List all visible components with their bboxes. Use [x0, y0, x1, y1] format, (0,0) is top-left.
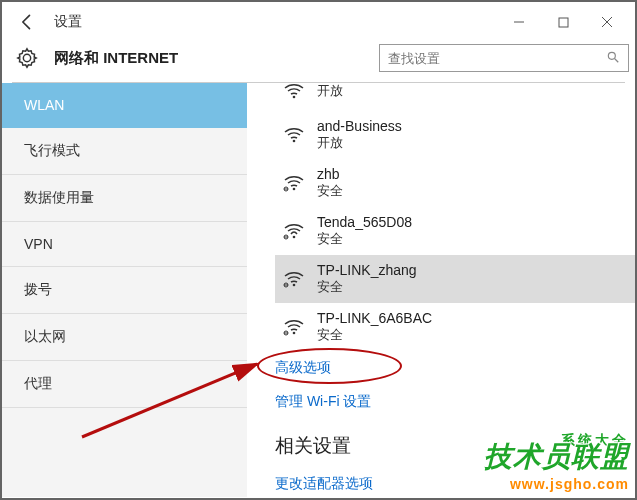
svg-line-5	[615, 58, 619, 62]
page-title: 网络和 INTERNET	[54, 49, 178, 68]
wifi-network-row[interactable]: 开放	[275, 83, 635, 111]
sidebar: WLAN 飞行模式 数据使用量 VPN 拨号 以太网 代理	[2, 83, 247, 497]
sidebar-item-label: 拨号	[24, 281, 52, 297]
watermark: 技术员联盟 www.jsgho.com	[484, 438, 629, 492]
wifi-network-row[interactable]: and-Business 开放	[275, 111, 635, 159]
watermark-text: 技术员联盟	[484, 441, 629, 472]
sidebar-item-label: 数据使用量	[24, 189, 94, 205]
sidebar-item-wlan[interactable]: WLAN	[2, 83, 247, 128]
watermark-url: www.jsgho.com	[484, 476, 629, 492]
sidebar-item-label: VPN	[24, 236, 53, 252]
sidebar-item-label: 以太网	[24, 328, 66, 344]
minimize-button[interactable]	[497, 5, 541, 39]
advanced-options-link[interactable]: 高级选项	[275, 351, 635, 385]
svg-point-11	[293, 236, 296, 239]
sidebar-item-ethernet[interactable]: 以太网	[2, 314, 247, 361]
wifi-secure-icon	[281, 314, 307, 340]
search-box[interactable]	[379, 44, 629, 72]
svg-rect-1	[559, 18, 568, 27]
manage-wifi-link[interactable]: 管理 Wi-Fi 设置	[275, 385, 635, 419]
wifi-secure-icon	[281, 170, 307, 196]
gear-icon	[8, 39, 46, 77]
wifi-ssid: and-Business	[317, 118, 402, 134]
svg-point-8	[293, 188, 296, 191]
wifi-ssid: TP-LINK_zhang	[317, 262, 417, 278]
wifi-network-row[interactable]: Tenda_565D08 安全	[275, 207, 635, 255]
wifi-sub: 安全	[317, 182, 343, 200]
search-input[interactable]	[388, 51, 606, 66]
close-button[interactable]	[585, 5, 629, 39]
wifi-open-icon	[281, 83, 307, 104]
maximize-button[interactable]	[541, 5, 585, 39]
wifi-open-icon	[281, 122, 307, 148]
sidebar-item-data-usage[interactable]: 数据使用量	[2, 175, 247, 222]
wifi-sub: 安全	[317, 278, 417, 296]
wifi-sub: 安全	[317, 326, 432, 344]
wifi-ssid: TP-LINK_6A6BAC	[317, 310, 432, 326]
sidebar-item-airplane[interactable]: 飞行模式	[2, 128, 247, 175]
wifi-secure-icon	[281, 266, 307, 292]
sidebar-item-label: WLAN	[24, 97, 64, 113]
svg-point-14	[293, 284, 296, 287]
wifi-sub: 开放	[317, 83, 343, 100]
window-title: 设置	[54, 13, 82, 31]
sidebar-item-label: 代理	[24, 375, 52, 391]
svg-point-17	[293, 332, 296, 335]
wifi-secure-icon	[281, 218, 307, 244]
wifi-sub: 安全	[317, 230, 412, 248]
svg-point-7	[293, 140, 296, 143]
wifi-network-row[interactable]: TP-LINK_zhang 安全	[275, 255, 635, 303]
search-icon	[606, 50, 620, 67]
wifi-ssid: zhb	[317, 166, 343, 182]
wifi-network-row[interactable]: TP-LINK_6A6BAC 安全	[275, 303, 635, 351]
wifi-sub: 开放	[317, 134, 402, 152]
wifi-network-row[interactable]: zhb 安全	[275, 159, 635, 207]
svg-point-6	[293, 96, 296, 99]
sidebar-item-label: 飞行模式	[24, 142, 80, 158]
sidebar-item-proxy[interactable]: 代理	[2, 361, 247, 408]
svg-point-4	[608, 52, 615, 59]
wifi-ssid: Tenda_565D08	[317, 214, 412, 230]
sidebar-item-dialup[interactable]: 拨号	[2, 267, 247, 314]
back-button[interactable]	[8, 3, 46, 41]
sidebar-item-vpn[interactable]: VPN	[2, 222, 247, 267]
